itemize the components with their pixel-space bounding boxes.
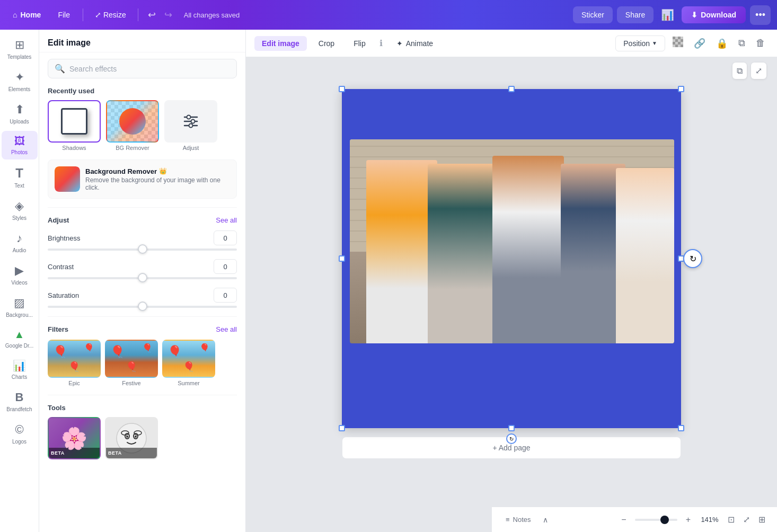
sidebar-item-brandfetch[interactable]: B Brandfetch bbox=[2, 386, 38, 416]
sidebar-item-charts[interactable]: 📊 Charts bbox=[2, 355, 38, 384]
flip-tab[interactable]: Flip bbox=[346, 36, 373, 51]
fit-page-button[interactable]: ⊡ bbox=[725, 512, 738, 527]
saturation-thumb[interactable] bbox=[138, 302, 147, 311]
download-button[interactable]: ⬇ Download bbox=[682, 6, 746, 23]
saturation-slider[interactable] bbox=[48, 306, 237, 308]
tools-grid: 🌸 BETA bbox=[48, 417, 237, 462]
svg-rect-15 bbox=[678, 37, 681, 39]
effect-bg-remover[interactable]: BG Remover bbox=[106, 100, 159, 151]
zoom-thumb[interactable] bbox=[660, 516, 669, 524]
filter-summer[interactable]: 🎈 🎈 🎈 Summer bbox=[162, 340, 215, 386]
rotate-bottom-handle[interactable]: ↻ bbox=[506, 433, 517, 444]
contrast-input[interactable] bbox=[214, 259, 237, 274]
effect-shadows[interactable]: Shadows bbox=[48, 100, 101, 151]
sidebar-item-elements[interactable]: ✦ Elements bbox=[2, 66, 38, 96]
redo-button[interactable]: ↪ bbox=[161, 6, 175, 24]
bg-promo-icon bbox=[55, 166, 80, 192]
fullscreen-button[interactable]: ⤢ bbox=[740, 512, 753, 527]
handle-bottom-left[interactable] bbox=[339, 425, 345, 431]
sidebar-item-styles[interactable]: ◈ Styles bbox=[2, 195, 38, 225]
brightness-thumb[interactable] bbox=[138, 244, 147, 254]
rotate-handle[interactable]: ↻ bbox=[683, 249, 702, 268]
canvas-expand-button[interactable]: ⤢ bbox=[751, 63, 766, 79]
background-label: Backgrou... bbox=[6, 312, 33, 318]
brightness-label-row: Brightness bbox=[48, 230, 237, 245]
search-input[interactable] bbox=[69, 65, 230, 73]
canvas-area[interactable]: ⧉ ⤢ bbox=[246, 57, 777, 532]
handle-top-middle[interactable] bbox=[508, 86, 515, 92]
filters-see-all-button[interactable]: See all bbox=[216, 325, 237, 333]
svg-point-5 bbox=[189, 124, 193, 128]
undo-button[interactable]: ↩ bbox=[145, 6, 159, 24]
brightness-input[interactable] bbox=[214, 230, 237, 245]
hide-notes-button[interactable]: ∧ bbox=[541, 513, 550, 526]
divider bbox=[83, 8, 83, 21]
bottombar: ≡ Notes ∧ − + 141% ⊡ ⤢ ⊞ bbox=[492, 507, 777, 532]
adjust-see-all-button[interactable]: See all bbox=[216, 216, 237, 224]
effect-adjust[interactable]: Adjust bbox=[164, 100, 217, 151]
avatars-thumb: BETA bbox=[105, 417, 158, 459]
share-button[interactable]: Share bbox=[617, 6, 654, 23]
duplicate-button[interactable]: ⧉ bbox=[735, 34, 748, 52]
checkerboard-button[interactable] bbox=[669, 33, 686, 53]
photo-element[interactable] bbox=[350, 139, 674, 343]
sticker-button[interactable]: Sticker bbox=[573, 6, 613, 23]
sidebar-item-videos[interactable]: ▶ Videos bbox=[2, 260, 38, 290]
chart-icon-button[interactable]: 📊 bbox=[658, 5, 677, 24]
lock-button[interactable]: 🔒 bbox=[713, 34, 731, 52]
edit-image-tab[interactable]: Edit image bbox=[254, 36, 307, 51]
handle-top-left[interactable] bbox=[339, 86, 345, 92]
adjust-section-title: Adjust bbox=[48, 216, 69, 224]
tool-avatars[interactable]: BETA bbox=[105, 417, 158, 462]
canvas-wrapper[interactable]: ↻ ↻ bbox=[342, 89, 681, 428]
bg-remover-promo[interactable]: Background Remover 👑 Remove the backgrou… bbox=[48, 159, 237, 199]
zoom-out-button[interactable]: − bbox=[617, 513, 630, 527]
position-button[interactable]: Position ▼ bbox=[615, 36, 665, 51]
handle-bottom-middle[interactable] bbox=[508, 425, 515, 431]
contrast-slider[interactable] bbox=[48, 277, 237, 279]
handle-top-right[interactable] bbox=[678, 86, 684, 92]
more-options-button[interactable]: ••• bbox=[750, 5, 771, 25]
animate-button[interactable]: ✦ Animate bbox=[389, 36, 440, 51]
home-button[interactable]: ⌂ Home bbox=[6, 7, 47, 22]
resize-button[interactable]: ⤢ Resize bbox=[90, 7, 131, 22]
sidebar-item-logos[interactable]: © Logos bbox=[2, 419, 38, 449]
svg-rect-28 bbox=[681, 45, 683, 47]
svg-point-3 bbox=[191, 120, 195, 123]
info-button[interactable]: ℹ bbox=[377, 36, 385, 50]
filter-festive[interactable]: 🎈 🎈 🎈 Festive bbox=[105, 340, 158, 386]
videos-label: Videos bbox=[11, 280, 27, 286]
notes-button[interactable]: ≡ Notes bbox=[500, 512, 536, 527]
saturation-input[interactable] bbox=[214, 288, 237, 303]
svg-rect-26 bbox=[675, 45, 678, 47]
sidebar-item-uploads[interactable]: ⬆ Uploads bbox=[2, 99, 38, 129]
tool-smartmockup[interactable]: 🌸 BETA bbox=[48, 417, 101, 462]
sidebar-item-templates[interactable]: ⊞ Templates bbox=[2, 34, 38, 64]
contrast-thumb[interactable] bbox=[138, 273, 147, 282]
panel-scroll[interactable]: 🔍 Recently used Shadows bbox=[39, 52, 245, 532]
zoom-level: 141% bbox=[699, 516, 720, 524]
sidebar-item-audio[interactable]: ♪ Audio bbox=[2, 227, 38, 258]
filter-epic[interactable]: 🎈 🎈 🎈 Epic bbox=[48, 340, 101, 386]
file-button[interactable]: File bbox=[51, 7, 76, 22]
grid-view-button[interactable]: ⊞ bbox=[755, 512, 769, 527]
canvas-copy-button[interactable]: ⧉ bbox=[732, 63, 747, 79]
sidebar-item-photos[interactable]: 🖼 Photos bbox=[2, 131, 38, 159]
search-box[interactable]: 🔍 bbox=[48, 59, 237, 78]
brandfetch-icon: B bbox=[15, 391, 24, 404]
handle-bottom-right[interactable] bbox=[678, 425, 684, 431]
adjust-icon bbox=[181, 112, 200, 131]
sidebar-item-background[interactable]: ▨ Backgrou... bbox=[2, 292, 38, 322]
zoom-slider[interactable] bbox=[635, 519, 677, 521]
link-button[interactable]: 🔗 bbox=[691, 34, 709, 52]
handle-middle-left[interactable] bbox=[339, 255, 345, 262]
checkerboard-icon bbox=[673, 37, 683, 47]
crop-tab[interactable]: Crop bbox=[311, 36, 342, 51]
zoom-in-button[interactable]: + bbox=[682, 513, 695, 527]
divider-1 bbox=[48, 207, 237, 208]
svg-rect-16 bbox=[681, 37, 683, 39]
sidebar-item-googledrive[interactable]: ▲ Google Dr... bbox=[2, 324, 38, 353]
sidebar-item-text[interactable]: T Text bbox=[2, 162, 38, 193]
delete-button[interactable]: 🗑 bbox=[753, 34, 769, 52]
brightness-slider[interactable] bbox=[48, 249, 237, 251]
